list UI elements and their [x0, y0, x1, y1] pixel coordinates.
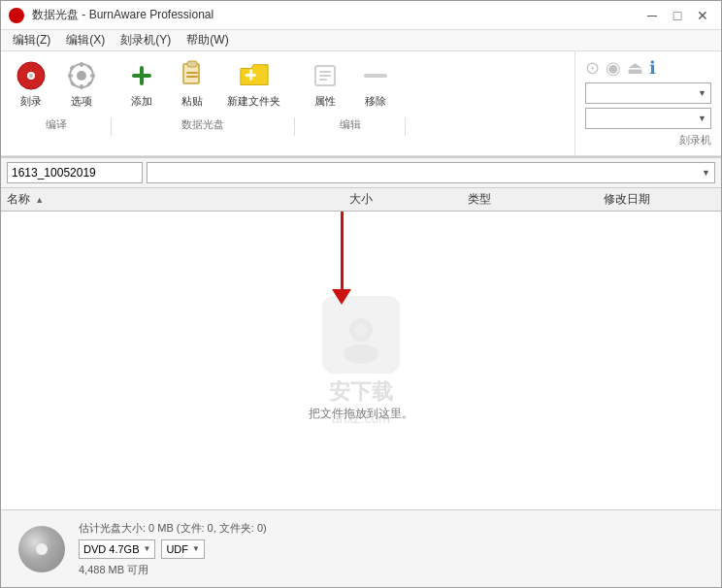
file-area: 安下载 anxz.com 把文件拖放到这里。 [1, 212, 721, 509]
drop-hint: 把文件拖放到这里。 [309, 406, 413, 422]
svg-rect-17 [186, 72, 198, 74]
main-window: 数据光盘 - BurnAware Professional ─ □ ✕ 编辑(Z… [0, 0, 722, 588]
close-button[interactable]: ✕ [692, 5, 713, 26]
burner-speed-dropdown[interactable]: ▼ [585, 108, 711, 129]
remove-label: 移除 [365, 94, 386, 109]
arrow-shaft [341, 212, 344, 289]
disc-status-icon [16, 524, 67, 574]
svg-point-29 [355, 324, 367, 336]
disc-name-input[interactable] [7, 162, 143, 183]
format-arrow: ▼ [192, 544, 200, 553]
status-info: 估计光盘大小: 0 MB (文件: 0, 文件夹: 0) DVD 4.7GB ▼… [79, 521, 267, 577]
title-controls: ─ □ ✕ [641, 5, 713, 26]
arrow-annotation [332, 212, 351, 305]
remove-button[interactable]: 移除 [351, 55, 400, 114]
options-button[interactable]: 选项 [57, 55, 106, 114]
group-label-data-disc: 数据光盘 [112, 117, 295, 136]
add-label: 添加 [131, 94, 152, 109]
burner-disc-icon: ⊙ [585, 57, 600, 79]
svg-rect-16 [187, 61, 197, 67]
menu-bar: 编辑(Z) 编辑(X) 刻录机(Y) 帮助(W) [1, 30, 721, 51]
folder-icon [239, 60, 270, 91]
svg-point-4 [77, 71, 86, 81]
paste-button[interactable]: 粘贴 [168, 55, 216, 114]
menu-edit-z[interactable]: 编辑(Z) [5, 30, 58, 50]
disc-type-value: DVD 4.7GB [83, 543, 139, 555]
add-button[interactable]: 添加 [117, 55, 166, 114]
toolbar-group-compile: 刻录 [1, 51, 112, 155]
status-size-line: 估计光盘大小: 0 MB (文件: 0, 文件夹: 0) [79, 521, 267, 536]
maximize-button[interactable]: □ [667, 5, 688, 26]
format-dropdown[interactable]: UDF ▼ [161, 539, 205, 559]
title-bar: 数据光盘 - BurnAware Professional ─ □ ✕ [1, 1, 721, 30]
burner-speed-arrow: ▼ [698, 114, 706, 123]
minimize-button[interactable]: ─ [641, 5, 663, 26]
burner-dropdown-arrow: ▼ [698, 88, 706, 98]
svg-rect-25 [364, 74, 387, 78]
burner-cd-icon: ◉ [606, 57, 621, 79]
burn-button[interactable]: 刻录 [7, 55, 55, 114]
svg-rect-22 [319, 71, 331, 73]
new-folder-button[interactable]: 新建文件夹 [218, 55, 289, 114]
title-bar-left: 数据光盘 - BurnAware Professional [9, 7, 213, 23]
add-icon [126, 60, 157, 91]
paste-label: 粘贴 [181, 94, 203, 109]
toolbar-group-compile-buttons: 刻录 [1, 51, 112, 117]
column-type[interactable]: 类型 [420, 191, 539, 208]
props-icon [310, 60, 341, 91]
watermark-cn: 安下载 [329, 377, 393, 407]
disc-type-dropdown[interactable]: DVD 4.7GB ▼ [79, 539, 155, 559]
disc-type-arrow: ▼ [143, 544, 150, 553]
format-value: UDF [166, 543, 188, 555]
svg-rect-5 [81, 62, 83, 67]
window-title: 数据光盘 - BurnAware Professional [32, 7, 213, 23]
disc-visual [18, 526, 65, 572]
svg-rect-7 [68, 75, 73, 78]
svg-rect-6 [81, 84, 83, 89]
svg-rect-18 [186, 76, 198, 78]
group-label-compile: 编译 [1, 117, 112, 136]
disc-path-dropdown[interactable]: ▼ [147, 162, 715, 183]
burn-label: 刻录 [20, 94, 42, 109]
svg-rect-20 [249, 69, 252, 80]
status-available: 4,488 MB 可用 [79, 563, 267, 577]
burner-icons-row: ⊙ ◉ ⏏ ℹ [585, 57, 711, 79]
file-list-header: 名称 ▲ 大小 类型 修改日期 [1, 188, 721, 212]
svg-point-28 [344, 344, 378, 364]
disc-path-arrow: ▼ [702, 168, 710, 178]
status-bar: 估计光盘大小: 0 MB (文件: 0, 文件夹: 0) DVD 4.7GB ▼… [1, 509, 721, 587]
status-dropdowns: DVD 4.7GB ▼ UDF ▼ [79, 539, 267, 559]
disc-center [36, 543, 48, 555]
column-name[interactable]: 名称 ▲ [7, 191, 302, 208]
toolbar-group-data-disc-buttons: 添加 粘贴 [112, 51, 295, 117]
paste-icon [177, 60, 208, 91]
disc-name-row: ▼ [1, 158, 721, 188]
disc-icon [16, 60, 47, 91]
new-folder-label: 新建文件夹 [227, 94, 280, 109]
menu-edit-x[interactable]: 编辑(X) [58, 30, 113, 50]
burner-dropdown[interactable]: ▼ [585, 82, 711, 104]
toolbar-group-edit-buttons: 属性 移除 [295, 51, 406, 117]
options-label: 选项 [71, 94, 92, 109]
toolbar: 刻录 [1, 51, 721, 158]
column-date[interactable]: 修改日期 [539, 191, 716, 208]
gear-icon [66, 60, 97, 91]
group-label-edit: 编辑 [295, 117, 406, 136]
svg-rect-23 [319, 75, 331, 77]
svg-point-2 [29, 74, 33, 78]
properties-label: 属性 [314, 94, 336, 109]
toolbar-group-edit: 属性 移除 编辑 [295, 51, 406, 155]
svg-rect-8 [90, 75, 95, 78]
sort-arrow-name: ▲ [35, 195, 44, 205]
column-size[interactable]: 大小 [302, 191, 420, 208]
menu-help-w[interactable]: 帮助(W) [179, 30, 236, 50]
menu-burner-y[interactable]: 刻录机(Y) [113, 30, 179, 50]
eject-icon: ⏏ [627, 57, 643, 79]
app-icon [9, 8, 24, 23]
info-icon: ℹ [649, 57, 656, 79]
watermark-icon [322, 296, 400, 374]
svg-rect-24 [319, 79, 327, 81]
toolbar-group-data-disc: 添加 粘贴 [112, 51, 295, 155]
properties-button[interactable]: 属性 [301, 55, 349, 114]
svg-rect-14 [140, 66, 144, 85]
